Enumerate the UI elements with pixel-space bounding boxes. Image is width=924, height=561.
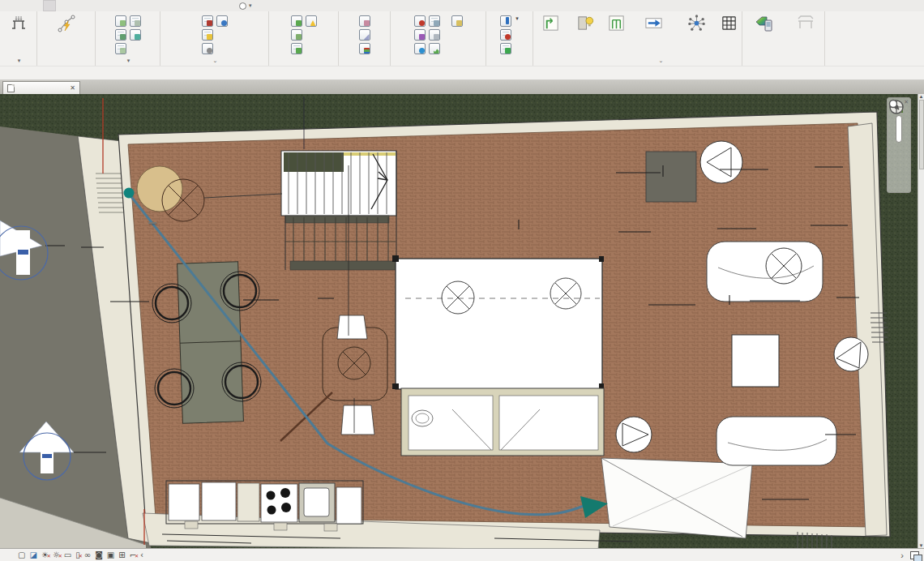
check-circuits-icon[interactable]	[291, 43, 302, 54]
ribbon-display-toggle[interactable]: ▾	[239, 2, 252, 10]
optimize-icon[interactable]	[414, 43, 426, 54]
panel-label-electrical[interactable]	[486, 55, 533, 66]
panel-label-structural-analysis[interactable]	[742, 55, 824, 66]
zoom-icon[interactable]	[888, 98, 900, 111]
view-control-bar: ▢ ◪ ☀ ☼ ▭ ▯ ∞ ◙ ▣ ⊞ ⌐ ‹ ›	[0, 548, 924, 561]
sofa-bottom[interactable]	[717, 417, 836, 465]
camino-del-recorrido-button[interactable]	[533, 13, 567, 34]
panel-reports-schedules: ⌄	[160, 11, 269, 66]
plan-view-icon	[7, 84, 15, 92]
panel-label-reports[interactable]: ⌄	[160, 55, 268, 66]
contenido-de-personas-button[interactable]	[679, 13, 715, 34]
zoom-slider[interactable]	[896, 115, 902, 143]
space-separator-icon[interactable]	[130, 15, 141, 27]
ribbon-tab-bar: ▾	[0, 0, 924, 11]
zone-icon[interactable]	[130, 29, 141, 41]
vertical-scrollbar[interactable]: ▲ ▼	[918, 94, 924, 548]
side-table[interactable]	[732, 335, 779, 387]
ribbon-tab-modificar[interactable]	[121, 0, 134, 11]
ribbon-tab-analizar[interactable]	[43, 0, 56, 11]
ribbon-tab-vista[interactable]	[82, 0, 95, 11]
ribbon-tab-masa-emplazamiento[interactable]	[56, 0, 69, 11]
garage-area	[601, 458, 752, 538]
detail-level-icon[interactable]: ▢	[18, 550, 25, 561]
ribbon-tab-anotar[interactable]	[30, 0, 43, 11]
rejilla-espacial-button[interactable]	[717, 13, 742, 34]
panel-label-energy[interactable]	[391, 55, 486, 66]
pipe-legend-icon[interactable]	[359, 29, 370, 41]
drawing-area[interactable]: ✕	[0, 94, 918, 548]
ribbon-tab-gestionar[interactable]	[95, 0, 108, 11]
indicador-unidireccional-button[interactable]	[631, 13, 678, 34]
energy-settings-icon[interactable]	[414, 29, 426, 41]
panel-label-color-fill[interactable]	[339, 55, 390, 66]
energy-model-icon[interactable]	[429, 15, 440, 27]
scrollbar-thumb[interactable]	[919, 100, 924, 169]
ribbon-tab-colaborar[interactable]	[69, 0, 82, 11]
loads-report-icon[interactable]	[202, 43, 213, 54]
editable-only-filter-icon[interactable]	[910, 551, 919, 559]
expand-panel-icon[interactable]: ›	[900, 550, 904, 560]
scroll-up-icon[interactable]: ▲	[919, 94, 924, 99]
crop-view-icon[interactable]: ▭	[64, 550, 71, 561]
close-icon[interactable]: ✕	[70, 84, 75, 92]
ribbon-tab-sistemas[interactable]	[4, 0, 17, 11]
plant[interactable]	[137, 166, 182, 212]
electrical-areas-icon[interactable]	[500, 15, 511, 27]
color-fill-legend-icon[interactable]	[359, 43, 370, 54]
ribbon-tab-complementos[interactable]	[108, 0, 121, 11]
panel-label-check-systems[interactable]	[269, 55, 338, 66]
generate-icon[interactable]	[429, 29, 440, 41]
show-disconnects-icon[interactable]	[306, 15, 317, 27]
material-takeoff-icon[interactable]	[202, 29, 213, 41]
location-icon[interactable]	[414, 15, 426, 27]
analytical-model-icon[interactable]: ⊞	[118, 550, 125, 561]
navigation-bar[interactable]: ✕	[887, 97, 911, 193]
space-naming-icon[interactable]	[115, 43, 126, 54]
temporary-hide-isolate-icon[interactable]: ∞	[84, 550, 91, 561]
stove[interactable]	[261, 484, 297, 522]
sun-path-icon[interactable]	[451, 15, 463, 27]
check-duct-icon[interactable]	[291, 15, 302, 27]
space-icon[interactable]	[115, 15, 126, 27]
panel-label-structural[interactable]: ▾	[0, 55, 36, 66]
kitchen-counter[interactable]	[166, 481, 363, 531]
cargas-button[interactable]	[9, 13, 28, 43]
check-pipe-icon[interactable]	[291, 29, 302, 41]
shadows-toggle-icon[interactable]: ☼	[53, 550, 60, 561]
air-terminal-symbol-2[interactable]	[834, 337, 868, 371]
panel-label-route[interactable]: ⌄	[533, 55, 742, 66]
cabinet-square[interactable]	[646, 152, 696, 202]
temporary-view-properties-icon[interactable]: ▣	[107, 550, 114, 561]
sofa-top[interactable]	[707, 242, 823, 302]
space-tag-icon[interactable]	[115, 29, 126, 41]
add-analytical-icon[interactable]	[500, 43, 511, 54]
panel-schedule-icon[interactable]	[216, 15, 228, 27]
collapse-bar-icon[interactable]: ‹	[140, 550, 143, 561]
scroll-down-icon[interactable]: ▼	[919, 543, 924, 548]
air-terminal-symbol[interactable]	[700, 141, 742, 183]
sun-path-toggle-icon[interactable]: ☀	[41, 550, 49, 561]
chevron-down-icon: ▾	[18, 55, 21, 66]
administrador-de-resultados-button[interactable]	[742, 13, 785, 35]
expand-panel-icon: ⌄	[213, 55, 218, 66]
results-chart-icon[interactable]	[429, 43, 440, 54]
duct-legend-icon[interactable]	[359, 15, 370, 27]
electrical-settings-icon[interactable]	[500, 29, 511, 41]
reveal-hidden-elements-icon[interactable]: ◙	[95, 550, 103, 561]
air-terminal-symbol-3[interactable]	[616, 417, 652, 452]
multiple-paths-icon	[607, 14, 626, 32]
panel-label-spaces[interactable]: ▾	[96, 55, 160, 66]
reveal-constraints-icon[interactable]: ⌐	[130, 550, 136, 561]
panel-structural-analysis	[742, 11, 825, 66]
mostrar-obstaculos-button[interactable]	[569, 13, 602, 34]
expand-panel-icon: ⌄	[659, 55, 664, 66]
automatizacion-analitica-button[interactable]	[57, 13, 76, 35]
ribbon-tab-insertar[interactable]	[17, 0, 30, 11]
visual-style-icon[interactable]: ◪	[29, 550, 36, 561]
travel-path-icon	[541, 14, 560, 32]
view-tab-nivel-0[interactable]: ✕	[2, 81, 80, 94]
varias-rutas-button[interactable]	[604, 13, 629, 34]
schedule-icon[interactable]	[202, 15, 213, 27]
show-crop-region-icon[interactable]: ▯	[75, 550, 80, 561]
